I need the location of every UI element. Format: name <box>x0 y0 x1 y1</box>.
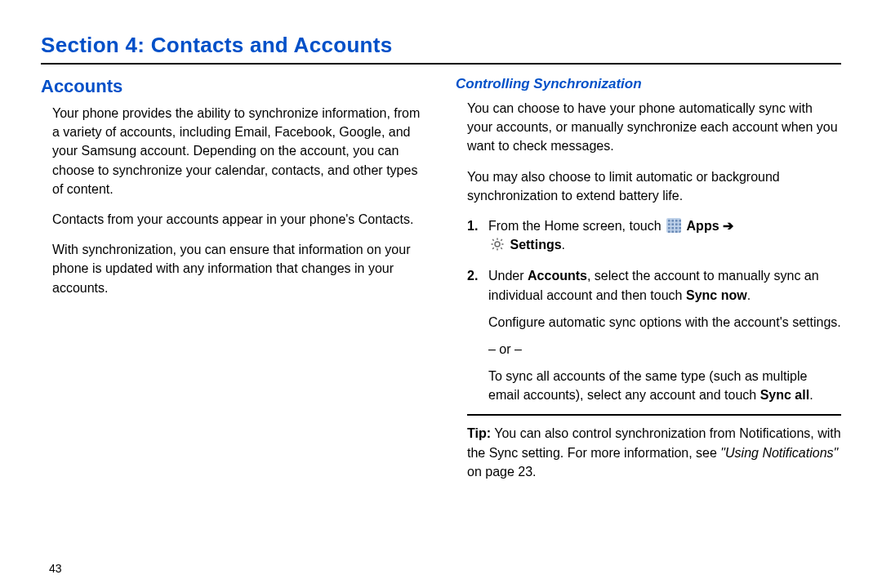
step-2-syncnow: Sync now <box>686 288 747 302</box>
section-title: Section 4: Contacts and Accounts <box>41 33 841 58</box>
gear-icon <box>490 237 505 256</box>
step-2e: To sync all accounts of the same type (s… <box>488 367 841 404</box>
step-2-syncall: Sync all <box>760 388 809 402</box>
accounts-intro-2: Contacts from your accounts appear in yo… <box>52 210 426 229</box>
step-1-text-prefix: From the Home screen, touch <box>488 219 665 233</box>
sync-p1: You can choose to have your phone automa… <box>467 99 841 156</box>
sync-heading: Controlling Synchronization <box>456 76 841 92</box>
step-2a: Under <box>488 269 528 283</box>
step-1-settings: Settings <box>510 238 561 252</box>
step-2d: Configure automatic sync options with th… <box>488 313 841 332</box>
step-2-accounts: Accounts <box>528 269 587 283</box>
step-1: 1. From the Home screen, touch Apps ➔ Se… <box>467 216 841 256</box>
tip-rule <box>467 414 841 416</box>
accounts-intro-3: With synchronization, you can ensure tha… <box>52 240 426 297</box>
accounts-heading: Accounts <box>41 76 426 97</box>
step-2-number: 2. <box>467 266 478 285</box>
step-2c: . <box>747 288 751 302</box>
step-2e2: . <box>809 388 813 402</box>
tip-ref: "Using Notifications" <box>720 446 838 460</box>
steps-list: 1. From the Home screen, touch Apps ➔ Se… <box>467 216 841 405</box>
title-rule <box>41 63 841 65</box>
page-number: 43 <box>49 562 62 575</box>
right-column: Controlling Synchronization You can choo… <box>456 76 841 481</box>
step-1-apps: Apps <box>687 219 719 233</box>
accounts-intro-1: Your phone provides the ability to synch… <box>52 104 426 198</box>
step-2: 2. Under Accounts, select the account to… <box>467 266 841 404</box>
tip-label: Tip: <box>467 426 491 440</box>
left-column: Accounts Your phone provides the ability… <box>41 76 426 481</box>
step-1-suffix: . <box>562 238 565 252</box>
two-column-layout: Accounts Your phone provides the ability… <box>41 76 841 481</box>
step-1-number: 1. <box>467 216 478 235</box>
svg-point-0 <box>495 242 500 247</box>
tip-block: Tip: You can also control synchronizatio… <box>467 424 841 481</box>
step-2-or: – or – <box>488 340 841 359</box>
step-1-arrow: ➔ <box>719 219 733 233</box>
sync-p2: You may also choose to limit automatic o… <box>467 167 841 205</box>
tip-text-b: on page 23. <box>467 465 537 479</box>
apps-icon <box>666 218 681 233</box>
